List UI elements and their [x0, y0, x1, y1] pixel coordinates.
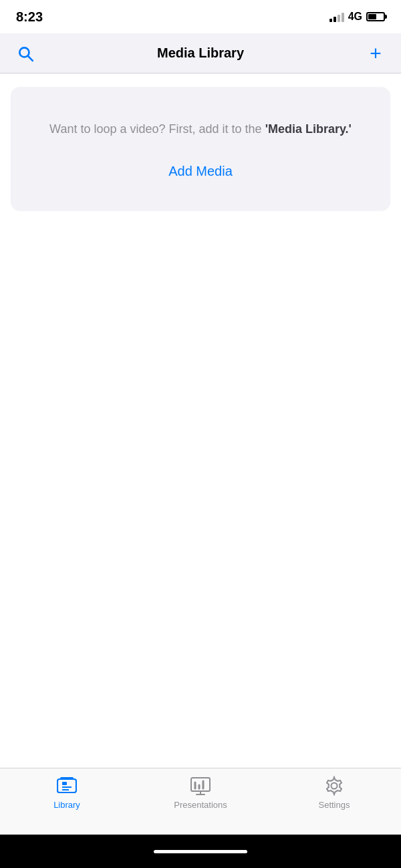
info-card: Want to loop a video? First, add it to t…: [11, 87, 390, 211]
svg-rect-6: [60, 777, 74, 779]
tab-library-label: Library: [53, 800, 80, 810]
battery-icon: [366, 12, 385, 21]
info-card-text: Want to loop a video? First, add it to t…: [49, 120, 352, 138]
status-icons: 4G: [329, 11, 385, 23]
svg-rect-3: [62, 782, 67, 785]
add-media-button[interactable]: Add Media: [158, 158, 243, 184]
info-text-bold: 'Media Library.': [265, 122, 352, 136]
library-icon: [56, 775, 78, 797]
status-bar: 8:23 4G: [0, 0, 401, 33]
tab-settings-label: Settings: [319, 800, 350, 810]
home-indicator: [0, 835, 401, 868]
info-text-part1: Want to loop a video? First, add it to t…: [49, 122, 265, 136]
tab-bar: Library Presentations Settings: [0, 768, 401, 835]
svg-line-1: [28, 55, 33, 60]
network-type: 4G: [348, 11, 362, 23]
status-time: 8:23: [16, 9, 43, 25]
nav-bar: Media Library +: [0, 33, 401, 74]
main-content: Want to loop a video? First, add it to t…: [0, 74, 401, 768]
tab-presentations[interactable]: Presentations: [134, 775, 267, 810]
tab-library[interactable]: Library: [0, 775, 134, 810]
svg-rect-7: [191, 778, 210, 791]
search-button[interactable]: [13, 41, 37, 65]
plus-icon: +: [370, 43, 382, 63]
settings-icon: [323, 775, 345, 797]
add-button[interactable]: +: [364, 41, 388, 65]
svg-point-13: [331, 783, 338, 789]
signal-icon: [329, 11, 344, 22]
presentations-icon: [190, 775, 211, 797]
tab-presentations-label: Presentations: [174, 800, 227, 810]
battery-fill: [368, 14, 376, 19]
home-bar: [154, 850, 247, 853]
search-icon: [17, 45, 34, 62]
tab-settings[interactable]: Settings: [267, 775, 401, 810]
page-title: Media Library: [157, 45, 244, 61]
